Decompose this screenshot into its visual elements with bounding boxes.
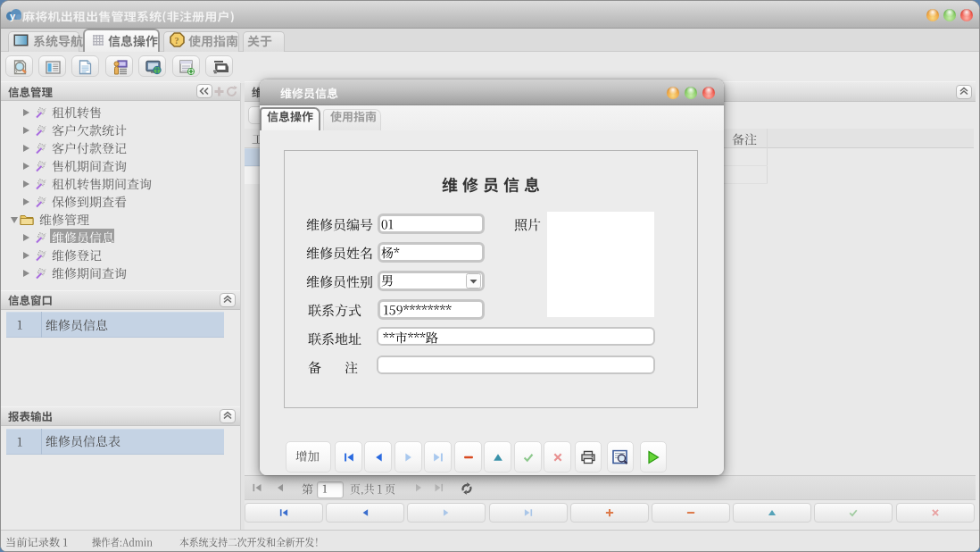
svg-text:?: ?: [175, 36, 179, 46]
svg-text:y: y: [10, 11, 16, 21]
